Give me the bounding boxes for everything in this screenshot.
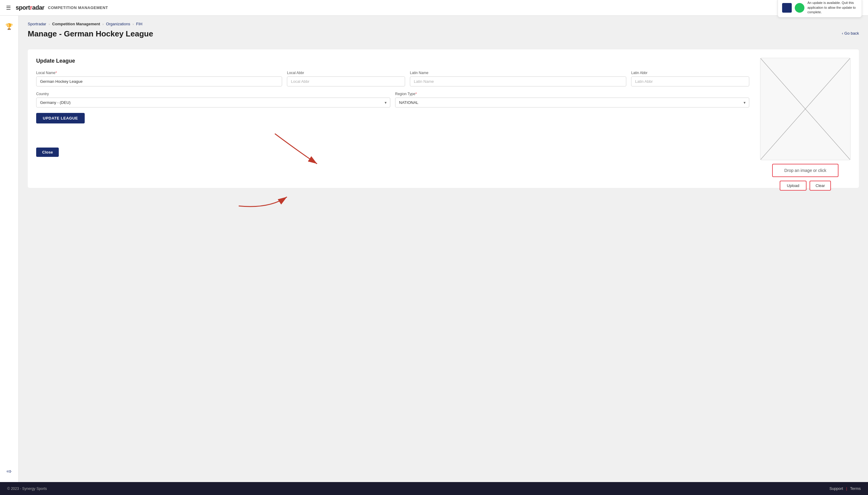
form-row-1: Local Name* Local Abbr Latin Name Latin …: [36, 71, 851, 86]
country-group: Country Germany - (DEU) ▼: [36, 92, 390, 107]
upload-button[interactable]: Upload: [780, 181, 806, 191]
country-label: Country: [36, 92, 390, 96]
form-card: Update League Local Name* Local Abbr Lat…: [28, 49, 859, 188]
main-content: Sportradar › Competition Management › Or…: [19, 16, 868, 482]
layout: 🏆 ⇨ Sportradar › Competition Management …: [0, 16, 868, 482]
page-title: Manage - German Hockey League: [28, 29, 153, 38]
navbar: ☰ sportradar COMPETITION MANAGEMENT An u…: [0, 0, 868, 16]
latin-name-group: Latin Name: [410, 71, 626, 86]
local-abbr-input[interactable]: [287, 76, 405, 86]
footer: © 2023 - Synergy Sports Support | Terms: [0, 482, 868, 495]
footer-terms-link[interactable]: Terms: [850, 486, 861, 491]
go-back-button[interactable]: ‹ Go back: [842, 31, 859, 36]
clear-button[interactable]: Clear: [809, 181, 831, 191]
close-button[interactable]: Close: [36, 148, 59, 157]
close-button-row: Close: [36, 148, 851, 157]
local-abbr-label: Local Abbr: [287, 71, 405, 75]
local-name-label: Local Name*: [36, 71, 282, 75]
navbar-right: An update is available. Quit this applic…: [777, 0, 862, 17]
latin-abbr-group: Latin Abbr: [631, 71, 749, 86]
update-league-button[interactable]: UPDATE LEAGUE: [36, 113, 85, 123]
breadcrumb-sportradar[interactable]: Sportradar: [28, 22, 46, 26]
app-title: COMPETITION MANAGEMENT: [48, 5, 108, 10]
image-upload-container: Drop an image or click Upload Clear: [760, 58, 851, 191]
upload-buttons: Upload Clear: [780, 181, 831, 191]
notif-icon-green: [795, 3, 804, 13]
footer-divider: |: [846, 487, 847, 491]
footer-support-link[interactable]: Support: [830, 486, 843, 491]
region-type-label: Region Type*: [395, 92, 749, 96]
notification-text: An update is available. Quit this applic…: [807, 1, 857, 15]
form-section-title: Update League: [36, 58, 851, 64]
latin-name-label: Latin Name: [410, 71, 626, 75]
latin-abbr-input[interactable]: [631, 76, 749, 86]
update-button-row: UPDATE LEAGUE: [36, 113, 851, 130]
region-type-select[interactable]: NATIONAL: [395, 98, 749, 107]
logo-text: sportradar: [16, 4, 44, 11]
local-name-group: Local Name*: [36, 71, 282, 86]
go-back-chevron: ‹: [842, 31, 843, 36]
breadcrumb-sep-1: ›: [49, 22, 50, 26]
go-back-label: Go back: [845, 31, 859, 36]
region-type-group: Region Type* NATIONAL ▼: [395, 92, 749, 107]
footer-copyright: © 2023 - Synergy Sports: [7, 487, 47, 491]
update-notification: An update is available. Quit this applic…: [777, 0, 862, 17]
form-row-2: Country Germany - (DEU) ▼ Region Type*: [36, 92, 851, 107]
country-select-wrapper: Germany - (DEU) ▼: [36, 98, 390, 107]
local-abbr-group: Local Abbr: [287, 71, 405, 86]
logo: sportradar: [16, 4, 44, 11]
latin-name-input[interactable]: [410, 76, 626, 86]
breadcrumb: Sportradar › Competition Management › Or…: [28, 22, 859, 26]
image-placeholder-svg: [760, 58, 850, 160]
latin-abbr-label: Latin Abbr: [631, 71, 749, 75]
breadcrumb-organizations[interactable]: Organizations: [106, 22, 130, 26]
region-type-select-wrapper: NATIONAL ▼: [395, 98, 749, 107]
drop-zone[interactable]: Drop an image or click: [772, 164, 838, 177]
hamburger-menu[interactable]: ☰: [6, 4, 11, 11]
sidebar-logout-icon[interactable]: ⇨: [3, 465, 15, 477]
breadcrumb-fih[interactable]: FIH: [136, 22, 143, 26]
footer-links: Support | Terms: [830, 486, 861, 491]
breadcrumb-sep-3: ›: [133, 22, 134, 26]
breadcrumb-competition-management[interactable]: Competition Management: [52, 22, 100, 26]
sidebar-trophy-icon[interactable]: 🏆: [3, 20, 15, 33]
image-placeholder: [760, 58, 851, 160]
local-name-input[interactable]: [36, 76, 282, 86]
country-select[interactable]: Germany - (DEU): [36, 98, 390, 107]
sidebar: 🏆 ⇨: [0, 16, 19, 482]
breadcrumb-sep-2: ›: [102, 22, 104, 26]
notif-icon-blue: [782, 3, 792, 13]
